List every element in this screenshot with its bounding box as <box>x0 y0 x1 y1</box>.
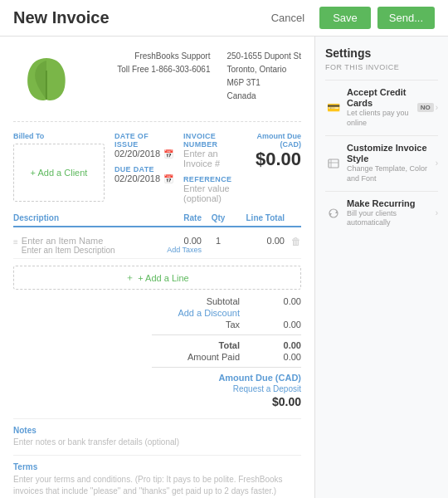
style-label: Customize Invoice Style <box>347 143 436 164</box>
tax-value: 0.00 <box>260 320 301 330</box>
add-line-button[interactable]: ＋ + Add a Line <box>13 266 301 290</box>
address-line1: 250-1655 Dupont St <box>226 50 301 63</box>
due-date-field: Due Date 02/20/2018 📅 <box>114 165 173 183</box>
chevron-right-icon-2: › <box>436 159 438 168</box>
invoice-fields-row: Billed To + Add a Client Date of Issue 0… <box>13 121 301 203</box>
settings-recurring-content: Make Recurring Bill your clients automat… <box>347 198 436 229</box>
billed-to-label: Billed To <box>13 132 105 140</box>
item-description-input[interactable]: Enter an Item Description <box>22 246 144 255</box>
delete-line-icon[interactable]: 🗑 <box>285 236 301 247</box>
reference-input[interactable]: Enter value (optional) <box>183 183 244 203</box>
tax-label: Tax <box>157 320 240 330</box>
item-rate-col: 0.00 Add Taxes <box>144 236 202 254</box>
settings-subtitle: FOR THIS INVOICE <box>325 63 438 71</box>
discount-value <box>260 308 301 318</box>
subtotal-row: Subtotal 0.00 <box>157 296 301 306</box>
credit-card-icon: 💳 <box>325 100 342 116</box>
item-desc-col: Enter an Item Name Enter an Item Descrip… <box>22 236 144 255</box>
total-label: Total <box>157 340 240 350</box>
credit-cards-desc: Let clients pay you online <box>347 109 417 128</box>
notes-label[interactable]: Notes <box>13 426 301 435</box>
settings-item-style[interactable]: Customize Invoice Style Change Template,… <box>325 135 438 191</box>
recurring-label: Make Recurring <box>347 198 436 209</box>
date-of-issue-field: Date of Issue 02/20/2018 📅 <box>114 132 173 159</box>
item-name-input[interactable]: Enter an Item Name <box>22 236 144 246</box>
amount-due-final-value: $0.00 <box>272 395 301 408</box>
delete-col-header <box>285 213 301 222</box>
totals-divider <box>152 334 301 335</box>
style-right: › <box>436 159 438 168</box>
settings-item-recurring[interactable]: Make Recurring Bill your clients automat… <box>325 191 438 236</box>
cancel-button[interactable]: Cancel <box>263 7 313 29</box>
add-client-box[interactable]: + Add a Client <box>13 144 105 202</box>
totals-section: Subtotal 0.00 Add a Discount Tax 0.00 To… <box>13 296 301 408</box>
credit-cards-label: Accept Credit Cards <box>347 87 417 109</box>
settings-panel: Settings FOR THIS INVOICE 💳 Accept Credi… <box>315 37 448 498</box>
terms-label[interactable]: Terms <box>13 462 301 471</box>
header: New Invoice Cancel Save Send... <box>0 0 448 37</box>
settings-style-content: Customize Invoice Style Change Template,… <box>347 143 436 184</box>
final-amount-due-row: Amount Due (CAD) Request a Deposit $0.00 <box>218 373 301 408</box>
settings-credit-cards-content: Accept Credit Cards Let clients pay you … <box>347 87 417 129</box>
subtotal-value: 0.00 <box>260 296 301 306</box>
invoice-area: FreshBooks Support Toll Free 1-866-303-6… <box>0 37 315 498</box>
description-header: Description <box>13 213 144 222</box>
totals-divider-2 <box>152 367 301 368</box>
credit-cards-right: NO › <box>417 103 438 112</box>
item-total-value: 0.00 <box>235 236 285 246</box>
amount-due-label: Amount Due (CAD) <box>254 132 301 149</box>
add-line-plus-icon: ＋ <box>125 271 134 284</box>
date-of-issue-label: Date of Issue <box>114 132 173 149</box>
amount-due-section: Amount Due (CAD) $0.00 <box>254 132 301 203</box>
toll-free: Toll Free 1-866-303-6061 <box>117 63 210 76</box>
item-rate-value[interactable]: 0.00 <box>144 236 202 246</box>
add-taxes-link[interactable]: Add Taxes <box>144 246 202 254</box>
subtotal-label: Subtotal <box>157 296 240 306</box>
add-discount-link[interactable]: Add a Discount <box>157 308 240 318</box>
save-button[interactable]: Save <box>319 7 371 29</box>
invoice-number-fields: Invoice Number Enter an Invoice # Refere… <box>183 132 244 203</box>
no-badge: NO <box>417 103 434 112</box>
line-items-section: Description Rate Qty Line Total ≡ Enter … <box>13 213 301 290</box>
chevron-right-icon-3: › <box>436 208 438 217</box>
due-date-value[interactable]: 02/20/2018 📅 <box>114 173 173 183</box>
calendar-icon-due: 📅 <box>163 174 173 183</box>
postal: M6P 3T1 <box>226 76 301 90</box>
amount-due-final-label: Amount Due (CAD) <box>218 373 301 383</box>
invoice-header: FreshBooks Support Toll Free 1-866-303-6… <box>13 50 301 108</box>
reference-field: Reference Enter value (optional) <box>183 175 244 203</box>
amount-paid-label: Amount Paid <box>157 352 240 362</box>
palette-icon <box>325 155 342 172</box>
settings-item-credit-cards[interactable]: 💳 Accept Credit Cards Let clients pay yo… <box>325 80 438 135</box>
line-total-header: Line Total <box>235 213 285 222</box>
style-desc: Change Template, Color and Font <box>347 164 436 183</box>
invoice-number-label: Invoice Number <box>183 132 244 149</box>
invoice-number-field: Invoice Number Enter an Invoice # <box>183 132 244 168</box>
date-of-issue-value[interactable]: 02/20/2018 📅 <box>114 149 173 159</box>
recurring-icon <box>325 205 342 222</box>
company-logo <box>13 50 80 108</box>
main-layout: FreshBooks Support Toll Free 1-866-303-6… <box>0 37 448 498</box>
company-name: FreshBooks Support <box>117 50 210 63</box>
company-info-section: FreshBooks Support Toll Free 1-866-303-6… <box>117 50 301 103</box>
company-name-toll-free: FreshBooks Support Toll Free 1-866-303-6… <box>117 50 210 103</box>
company-address: 250-1655 Dupont St Toronto, Ontario M6P … <box>226 50 301 103</box>
chevron-right-icon: › <box>436 103 438 112</box>
tax-row: Tax 0.00 <box>157 320 301 330</box>
qty-header: Qty <box>202 213 235 222</box>
notes-input[interactable]: Enter notes or bank transfer details (op… <box>13 437 301 447</box>
country: Canada <box>226 90 301 103</box>
notes-section: Notes Enter notes or bank transfer detai… <box>13 418 301 447</box>
send-button[interactable]: Send... <box>377 7 435 29</box>
svg-rect-0 <box>329 159 338 168</box>
amount-paid-row: Amount Paid 0.00 <box>157 352 301 362</box>
request-deposit-link[interactable]: Request a Deposit <box>218 384 301 393</box>
recurring-desc: Bill your clients automatically <box>347 209 436 228</box>
invoice-number-input[interactable]: Enter an Invoice # <box>183 149 244 168</box>
address-line2: Toronto, Ontario <box>226 63 301 76</box>
add-client-button[interactable]: + Add a Client <box>31 168 88 178</box>
settings-title: Settings <box>325 46 438 60</box>
terms-input[interactable]: Enter your terms and conditions. (Pro ti… <box>13 474 301 497</box>
billed-to-section: Billed To + Add a Client <box>13 132 105 203</box>
item-qty-value[interactable]: 1 <box>202 236 235 246</box>
